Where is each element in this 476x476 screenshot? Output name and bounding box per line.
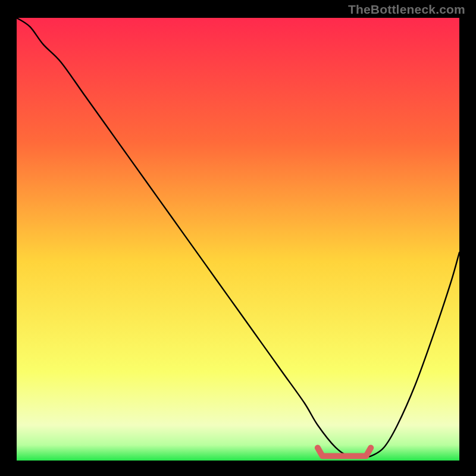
chart-svg: [17, 18, 459, 461]
watermark-label: TheBottleneck.com: [348, 2, 465, 17]
gradient-background: [17, 18, 459, 461]
chart-frame: TheBottleneck.com: [0, 0, 476, 476]
plot-area: [17, 18, 459, 461]
